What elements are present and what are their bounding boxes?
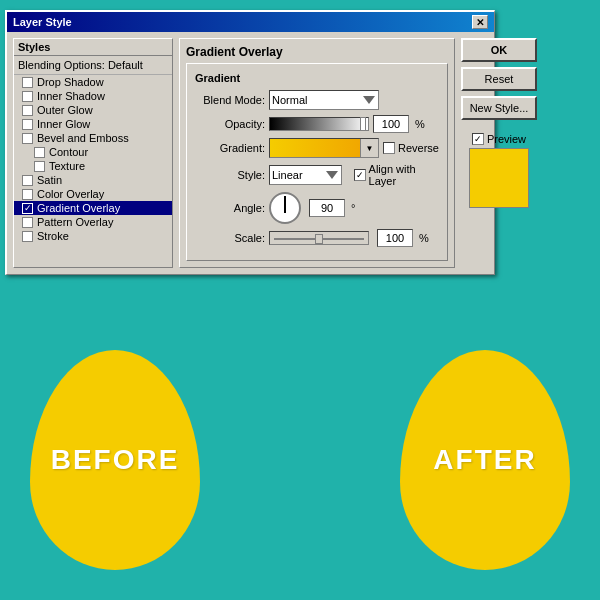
angle-input[interactable] <box>309 199 345 217</box>
scale-label: Scale: <box>195 232 265 244</box>
style-item-texture[interactable]: Texture <box>14 159 172 173</box>
gradient-label: Gradient: <box>195 142 265 154</box>
egg-before-label: BEFORE <box>51 444 180 476</box>
blend-mode-label: Blend Mode: <box>195 94 265 106</box>
style-item-satin[interactable]: Satin <box>14 173 172 187</box>
gradient-overlay-label: Gradient Overlay <box>37 202 120 214</box>
color-overlay-label: Color Overlay <box>37 188 104 200</box>
style-item-inner-glow[interactable]: Inner Glow <box>14 117 172 131</box>
style-item-inner-shadow[interactable]: Inner Shadow <box>14 89 172 103</box>
opacity-input[interactable] <box>373 115 409 133</box>
texture-label: Texture <box>49 160 85 172</box>
stroke-label: Stroke <box>37 230 69 242</box>
preview-inner <box>475 154 523 202</box>
pattern-overlay-check[interactable] <box>22 217 33 228</box>
drop-shadow-label: Drop Shadow <box>37 76 104 88</box>
scale-input[interactable] <box>377 229 413 247</box>
opacity-percent: % <box>415 118 425 130</box>
dialog-titlebar: Layer Style ✕ <box>7 12 494 32</box>
stroke-check[interactable] <box>22 231 33 242</box>
egg-before: BEFORE <box>30 350 200 570</box>
style-item-color-overlay[interactable]: Color Overlay <box>14 187 172 201</box>
align-checkbox-item: ✓ Align with Layer <box>354 163 438 187</box>
bevel-emboss-label: Bevel and Emboss <box>37 132 129 144</box>
preview-box <box>469 148 529 208</box>
style-row: Style: Linear Radial Angle Reflected Dia… <box>195 163 439 187</box>
egg-after: AFTER <box>400 350 570 570</box>
angle-dial[interactable] <box>269 192 301 224</box>
angle-deg: ° <box>351 202 355 214</box>
style-item-gradient-overlay[interactable]: Gradient Overlay <box>14 201 172 215</box>
satin-label: Satin <box>37 174 62 186</box>
outer-glow-check[interactable] <box>22 105 33 116</box>
section-title: Gradient Overlay <box>186 45 448 59</box>
blend-mode-select[interactable]: Normal Multiply Screen Overlay <box>269 90 379 110</box>
gradient-section-label: Gradient <box>195 72 439 84</box>
style-item-outer-glow[interactable]: Outer Glow <box>14 103 172 117</box>
reset-button[interactable]: Reset <box>461 67 537 91</box>
preview-section: ✓ Preview <box>461 133 537 208</box>
angle-row: Angle: ° <box>195 192 439 224</box>
style-item-drop-shadow[interactable]: Drop Shadow <box>14 75 172 89</box>
styles-header[interactable]: Styles <box>14 39 172 56</box>
buttons-panel: OK Reset New Style... ✓ Preview <box>461 38 537 268</box>
contour-check[interactable] <box>34 147 45 158</box>
reverse-checkbox-item: Reverse <box>383 142 439 154</box>
opacity-slider[interactable] <box>269 117 369 131</box>
satin-check[interactable] <box>22 175 33 186</box>
gradient-dropdown-icon[interactable]: ▼ <box>360 139 378 157</box>
layer-style-dialog: Layer Style ✕ Styles Blending Options: D… <box>5 10 495 275</box>
scale-row: Scale: % <box>195 229 439 247</box>
angle-label: Angle: <box>195 202 265 214</box>
style-label: Style: <box>195 169 265 181</box>
inner-shadow-label: Inner Shadow <box>37 90 105 102</box>
style-item-contour[interactable]: Contour <box>14 145 172 159</box>
style-item-stroke[interactable]: Stroke <box>14 229 172 243</box>
scale-percent: % <box>419 232 429 244</box>
reverse-label: Reverse <box>398 142 439 154</box>
outer-glow-label: Outer Glow <box>37 104 93 116</box>
gradient-section: Gradient Blend Mode: Normal Multiply Scr… <box>186 63 448 261</box>
blending-options[interactable]: Blending Options: Default <box>14 56 172 75</box>
scale-thumb <box>315 234 323 244</box>
texture-check[interactable] <box>34 161 45 172</box>
close-button[interactable]: ✕ <box>472 15 488 29</box>
preview-checkbox-row: ✓ Preview <box>472 133 526 145</box>
ok-button[interactable]: OK <box>461 38 537 62</box>
inner-glow-label: Inner Glow <box>37 118 90 130</box>
dialog-body: Styles Blending Options: Default Drop Sh… <box>7 32 494 274</box>
preview-label: Preview <box>487 133 526 145</box>
style-item-bevel-emboss[interactable]: Bevel and Emboss <box>14 131 172 145</box>
opacity-thumb <box>360 117 366 131</box>
inner-shadow-check[interactable] <box>22 91 33 102</box>
gradient-overlay-check[interactable] <box>22 203 33 214</box>
dialog-title: Layer Style <box>13 16 72 28</box>
egg-after-label: AFTER <box>433 444 536 476</box>
opacity-label: Opacity: <box>195 118 265 130</box>
align-label: Align with Layer <box>369 163 439 187</box>
gradient-row: Gradient: ▼ Reverse <box>195 138 439 158</box>
style-item-pattern-overlay[interactable]: Pattern Overlay <box>14 215 172 229</box>
preview-checkbox[interactable]: ✓ <box>472 133 484 145</box>
inner-glow-check[interactable] <box>22 119 33 130</box>
gradient-swatch[interactable]: ▼ <box>269 138 379 158</box>
new-style-button[interactable]: New Style... <box>461 96 537 120</box>
main-panel: Gradient Overlay Gradient Blend Mode: No… <box>179 38 455 268</box>
opacity-row: Opacity: % <box>195 115 439 133</box>
scale-slider[interactable] <box>269 231 369 245</box>
align-checkbox[interactable]: ✓ <box>354 169 365 181</box>
style-select[interactable]: Linear Radial Angle Reflected Diamond <box>269 165 342 185</box>
contour-label: Contour <box>49 146 88 158</box>
drop-shadow-check[interactable] <box>22 77 33 88</box>
color-overlay-check[interactable] <box>22 189 33 200</box>
blend-mode-row: Blend Mode: Normal Multiply Screen Overl… <box>195 90 439 110</box>
pattern-overlay-label: Pattern Overlay <box>37 216 113 228</box>
bevel-emboss-check[interactable] <box>22 133 33 144</box>
reverse-checkbox[interactable] <box>383 142 395 154</box>
styles-panel: Styles Blending Options: Default Drop Sh… <box>13 38 173 268</box>
